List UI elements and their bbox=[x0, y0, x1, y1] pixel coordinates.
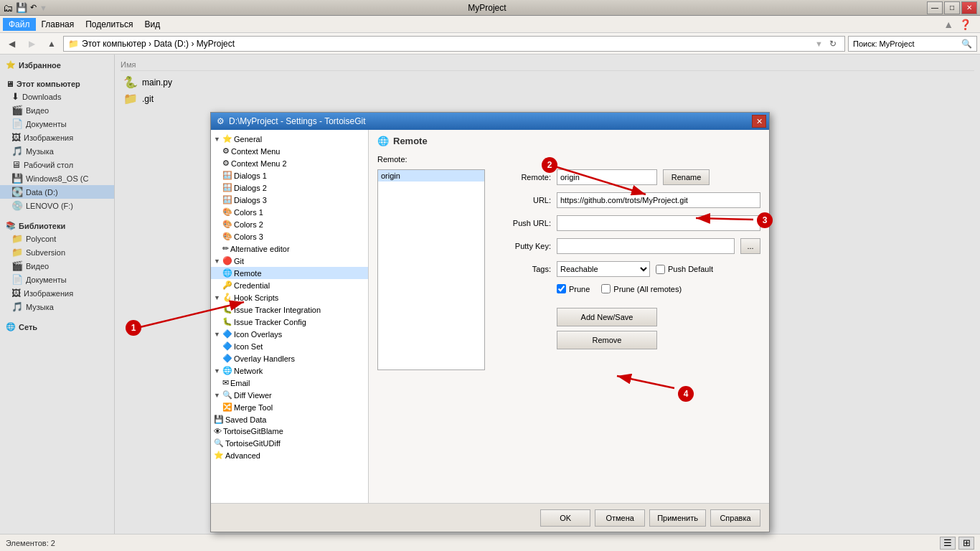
tree-item-icon-set[interactable]: 🔷 Icon Set bbox=[211, 340, 368, 352]
tree-item-icon: 👁 bbox=[214, 427, 222, 435]
tree-item-context-menu[interactable]: ⚙ Context Menu bbox=[211, 145, 368, 157]
prune-all-checkbox[interactable] bbox=[601, 284, 611, 293]
forward-button[interactable]: ▶ bbox=[23, 36, 40, 52]
back-button[interactable]: ◀ bbox=[3, 36, 20, 52]
add-new-save-button[interactable]: Add New/Save bbox=[557, 308, 657, 326]
tree-item-label: TortoiseGitBlame bbox=[223, 427, 283, 435]
push-url-input[interactable] bbox=[557, 215, 760, 231]
tree-item-label: TortoiseGitUDiff bbox=[225, 439, 281, 448]
tree-item-colors-2[interactable]: 🎨 Colors 2 bbox=[211, 218, 368, 230]
remote-list-item-origin[interactable]: origin bbox=[378, 170, 484, 182]
tree-item-general[interactable]: ▼ ⭐ General bbox=[211, 133, 368, 145]
prune-checkbox[interactable] bbox=[557, 284, 566, 293]
tree-item-git[interactable]: ▼ 🔴 Git bbox=[211, 255, 368, 267]
address-path[interactable]: 📁 Этот компьютер › Data (D:) › MyProject… bbox=[63, 36, 845, 52]
help-icon[interactable]: ❓ bbox=[959, 19, 977, 30]
path-dropdown[interactable]: ▼ bbox=[815, 39, 823, 48]
annotation-1: 1 bbox=[126, 320, 141, 336]
tree-item-tortoisegitblame[interactable]: 👁 TortoiseGitBlame bbox=[211, 425, 368, 437]
tree-item-email[interactable]: ✉ Email bbox=[211, 377, 368, 389]
tree-item-credential[interactable]: 🔑 Credential bbox=[211, 279, 368, 291]
tree-item-remote[interactable]: 🌐 Remote bbox=[211, 267, 368, 279]
menu-item-share[interactable]: Поделиться bbox=[80, 18, 138, 31]
expand-icon: ▼ bbox=[214, 392, 221, 399]
tree-item-colors-1[interactable]: 🎨 Colors 1 bbox=[211, 206, 368, 218]
explorer-main: ⭐ Избранное 🖥 Этот компьютер ⬇ Downloads… bbox=[0, 55, 980, 534]
quick-access-dropdown[interactable]: ▼ bbox=[39, 4, 47, 12]
remove-button[interactable]: Remove bbox=[557, 331, 657, 349]
tree-item-icon-overlays[interactable]: ▼ 🔷 Icon Overlays bbox=[211, 328, 368, 340]
menu-item-view[interactable]: Вид bbox=[138, 18, 166, 31]
url-input[interactable] bbox=[557, 192, 760, 208]
expand-icon: ▼ bbox=[214, 294, 221, 301]
panel-title: 🌐 Remote bbox=[377, 136, 760, 146]
annotation-3: 3 bbox=[757, 212, 773, 228]
dialog-close-button[interactable]: ✕ bbox=[752, 115, 766, 128]
tree-item-label: Alternative editor bbox=[230, 245, 290, 253]
tree-item-dialogs-1[interactable]: 🪟 Dialogs 1 bbox=[211, 169, 368, 182]
up-button[interactable]: ▲ bbox=[43, 36, 60, 52]
tree-item-colors-3[interactable]: 🎨 Colors 3 bbox=[211, 230, 368, 242]
menu-item-file[interactable]: Файл bbox=[3, 18, 36, 31]
tree-item-label: Hook Scripts bbox=[234, 293, 278, 302]
expand-icon: ▼ bbox=[214, 331, 221, 338]
maximize-button[interactable]: □ bbox=[944, 1, 960, 14]
tree-item-issue-tracker-config[interactable]: 🐛 Issue Tracker Config bbox=[211, 316, 368, 328]
close-button[interactable]: ✕ bbox=[961, 1, 977, 14]
tree-item-hook-scripts[interactable]: ▼ 🪝 Hook Scripts bbox=[211, 291, 368, 303]
tree-item-label: Dialogs 3 bbox=[234, 196, 267, 204]
tree-item-dialogs-2[interactable]: 🪟 Dialogs 2 bbox=[211, 182, 368, 194]
putty-key-input[interactable] bbox=[557, 238, 735, 254]
tree-item-label: Dialogs 1 bbox=[234, 171, 267, 180]
tree-item-label: General bbox=[234, 135, 262, 143]
tree-item-label: Network bbox=[234, 367, 263, 375]
grid-view-button[interactable]: ⊞ bbox=[958, 537, 974, 550]
minimize-button[interactable]: — bbox=[927, 1, 943, 14]
tree-item-tortoisegitudiff[interactable]: 🔍 TortoiseGitUDiff bbox=[211, 437, 368, 449]
tree-item-issue-tracker[interactable]: 🐛 Issue Tracker Integration bbox=[211, 303, 368, 316]
apply-button[interactable]: Применить bbox=[649, 509, 706, 527]
menu-item-home[interactable]: Главная bbox=[36, 18, 80, 31]
tree-item-advanced[interactable]: ⭐ Advanced bbox=[211, 449, 368, 461]
tree-item-merge-tool[interactable]: 🔀 Merge Tool bbox=[211, 401, 368, 413]
remote-name-input[interactable] bbox=[557, 169, 657, 185]
tree-item-icon: 🔀 bbox=[222, 402, 232, 412]
tree-item-label: Colors 2 bbox=[234, 220, 263, 229]
tree-item-icon: 🐛 bbox=[222, 305, 232, 314]
ok-button[interactable]: OK bbox=[540, 509, 590, 527]
quick-access-undo[interactable]: ↶ bbox=[30, 3, 37, 12]
putty-key-row: Putty Key: ... bbox=[494, 238, 760, 254]
tree-item-saved-data[interactable]: 💾 Saved Data bbox=[211, 413, 368, 425]
title-bar-left: 🗂 💾 ↶ ▼ bbox=[3, 2, 47, 14]
tree-item-label: Remote bbox=[234, 269, 262, 278]
dialog-body: ▼ ⭐ General ⚙ Context Menu ⚙ Context Men… bbox=[211, 130, 769, 503]
browse-button[interactable]: ... bbox=[740, 238, 760, 254]
list-view-button[interactable]: ☰ bbox=[940, 537, 956, 550]
tags-select[interactable]: Reachable All None bbox=[557, 261, 650, 277]
tree-item-context-menu-2[interactable]: ⚙ Context Menu 2 bbox=[211, 157, 368, 169]
tree-item-label: Context Menu bbox=[231, 147, 280, 156]
rename-button[interactable]: Rename bbox=[663, 169, 710, 185]
help-button[interactable]: Справка bbox=[710, 509, 760, 527]
push-default-checkbox-label: Push Default bbox=[656, 265, 713, 274]
quick-access-save[interactable]: 💾 bbox=[16, 2, 27, 13]
refresh-button[interactable]: ↻ bbox=[826, 37, 840, 50]
tree-item-label: Advanced bbox=[225, 451, 260, 460]
tree-item-icon: 🔴 bbox=[222, 256, 232, 265]
remote-list-box[interactable]: origin bbox=[377, 169, 485, 370]
prune-row: Prune Prune (All remotes) bbox=[494, 284, 760, 293]
tree-item-label: Merge Tool bbox=[234, 403, 273, 412]
push-default-checkbox[interactable] bbox=[656, 265, 665, 274]
dialog-title-text: D:\MyProject - Settings - TortoiseGit bbox=[229, 116, 366, 126]
tree-item-icon: 🌐 bbox=[222, 366, 232, 375]
tree-item-overlay-handlers[interactable]: 🔷 Overlay Handlers bbox=[211, 352, 368, 364]
ribbon-collapse-icon[interactable]: ▲ bbox=[943, 19, 959, 30]
tree-item-network[interactable]: ▼ 🌐 Network bbox=[211, 364, 368, 377]
cancel-button[interactable]: Отмена bbox=[595, 509, 645, 527]
view-controls: ☰ ⊞ bbox=[940, 537, 974, 550]
tree-item-diff-viewer[interactable]: ▼ 🔍 Diff Viewer bbox=[211, 389, 368, 401]
search-input[interactable] bbox=[853, 39, 958, 48]
annotation-2: 2 bbox=[542, 157, 557, 173]
tree-item-alt-editor[interactable]: ✏ Alternative editor bbox=[211, 242, 368, 255]
tree-item-dialogs-3[interactable]: 🪟 Dialogs 3 bbox=[211, 194, 368, 206]
